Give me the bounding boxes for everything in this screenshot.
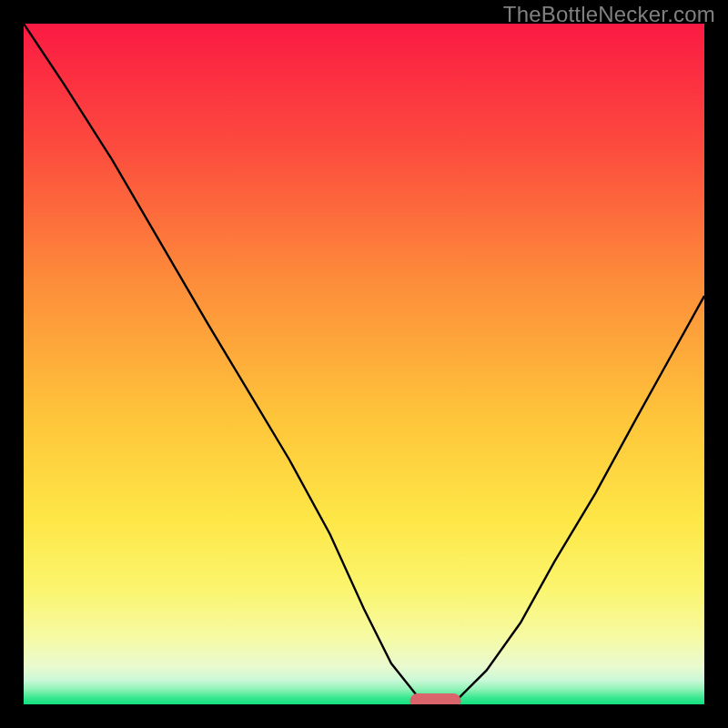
gradient-background (24, 24, 704, 704)
plot-area (24, 24, 704, 704)
chart-frame: TheBottleNecker.com (0, 0, 728, 728)
optimal-marker (410, 693, 460, 704)
watermark-text: TheBottleNecker.com (503, 2, 715, 27)
bottleneck-curve-chart (24, 24, 704, 704)
